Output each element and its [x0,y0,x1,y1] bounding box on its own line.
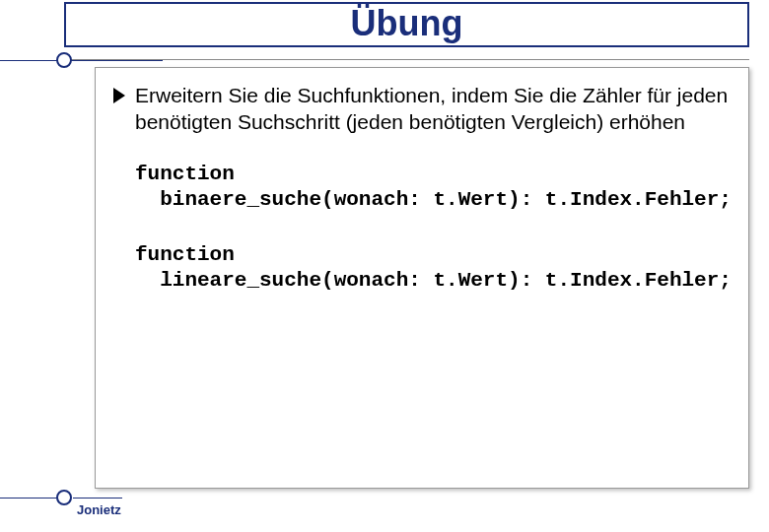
arrow-icon [113,88,125,103]
footer-author: Jonietz [77,502,121,517]
circle-icon [56,490,72,505]
code-block-2: function lineare_suche(wonach: t.Wert): … [135,242,731,295]
title-underline [64,59,749,60]
content-panel: Erweitern Sie die Suchfunktionen, indem … [95,67,749,489]
decor-line-bottom-right [73,498,122,499]
bullet-item: Erweitern Sie die Suchfunktionen, indem … [113,82,731,136]
decor-line-bottom-left [0,498,57,499]
circle-icon [56,52,72,68]
slide-title: Übung [64,0,749,47]
decor-line-top-right [74,60,163,61]
code-block-1: function binaere_suche(wonach: t.Wert): … [135,162,731,214]
bullet-text: Erweitern Sie die Suchfunktionen, indem … [135,82,731,136]
